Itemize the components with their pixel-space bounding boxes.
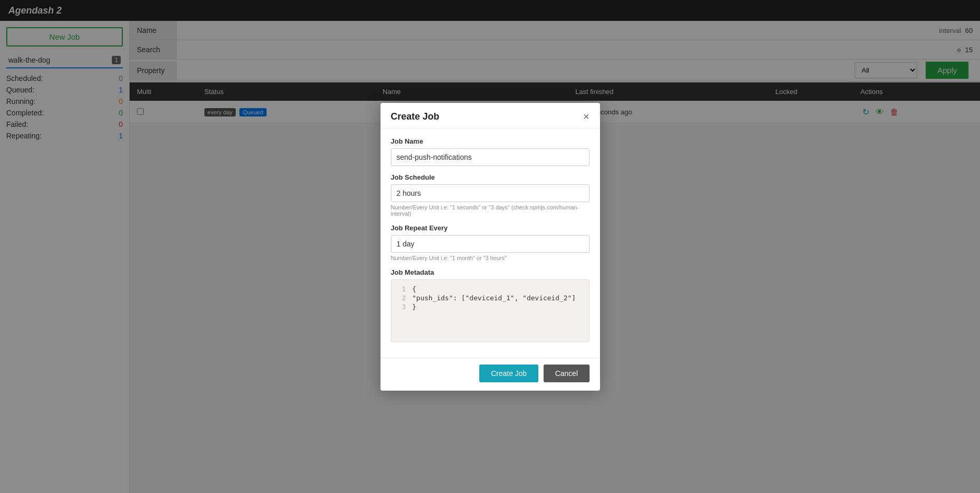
- modal-overlay: Create Job × Job Name Job Schedule Numbe…: [0, 0, 980, 493]
- job-metadata-group: Job Metadata 1{2 "push_ids": ["deviceid_…: [391, 268, 590, 342]
- modal-body: Job Name Job Schedule Number/Every Unit …: [381, 129, 600, 358]
- job-schedule-input[interactable]: [391, 184, 590, 202]
- code-line: 1{: [398, 285, 583, 293]
- job-repeat-input[interactable]: [391, 235, 590, 253]
- code-line: 3}: [398, 303, 583, 311]
- job-metadata-label: Job Metadata: [391, 268, 590, 276]
- line-number: 1: [398, 285, 406, 293]
- job-schedule-label: Job Schedule: [391, 173, 590, 181]
- job-repeat-hint: Number/Every Unit i.e: "1 month" or "3 h…: [391, 255, 590, 261]
- job-schedule-hint: Number/Every Unit i.e: "1 seconds" or "3…: [391, 204, 590, 217]
- code-line: 2 "push_ids": ["deviceid_1", "deviceid_2…: [398, 294, 583, 302]
- line-number: 3: [398, 303, 406, 311]
- job-name-label: Job Name: [391, 137, 590, 145]
- line-content: "push_ids": ["deviceid_1", "deviceid_2"]: [412, 294, 576, 302]
- job-name-input[interactable]: [391, 148, 590, 166]
- modal-title: Create Job: [391, 111, 440, 122]
- cancel-button[interactable]: Cancel: [544, 365, 590, 382]
- modal-footer: Create Job Cancel: [381, 358, 600, 391]
- job-metadata-editor[interactable]: 1{2 "push_ids": ["deviceid_1", "deviceid…: [391, 279, 590, 342]
- modal-header: Create Job ×: [381, 103, 600, 129]
- job-name-group: Job Name: [391, 137, 590, 166]
- line-content: {: [412, 285, 417, 293]
- create-job-modal: Create Job × Job Name Job Schedule Numbe…: [381, 103, 600, 391]
- line-content: }: [412, 303, 417, 311]
- modal-close-button[interactable]: ×: [583, 111, 590, 122]
- create-job-button[interactable]: Create Job: [479, 365, 538, 382]
- job-schedule-group: Job Schedule Number/Every Unit i.e: "1 s…: [391, 173, 590, 217]
- line-number: 2: [398, 294, 406, 302]
- job-repeat-label: Job Repeat Every: [391, 224, 590, 232]
- job-repeat-group: Job Repeat Every Number/Every Unit i.e: …: [391, 224, 590, 261]
